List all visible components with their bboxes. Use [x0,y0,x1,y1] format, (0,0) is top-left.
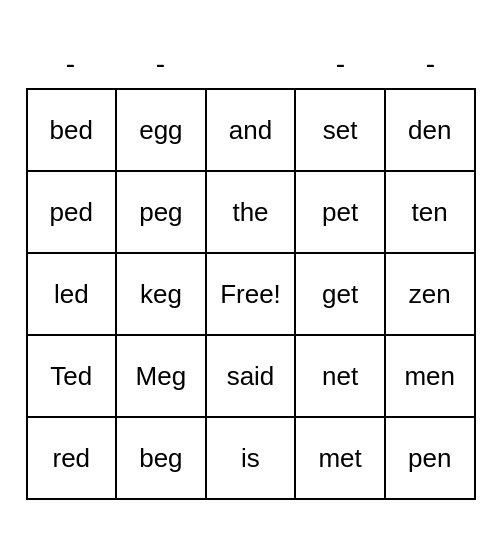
grid-row-0: bedeggandsetden [28,90,474,172]
grid-cell-0-2[interactable]: and [207,90,297,170]
bingo-card: ---- bedeggandsetdenpedpegthepettenledke… [26,44,476,500]
header-cell-2 [206,44,296,84]
grid-row-1: pedpegthepetten [28,172,474,254]
grid-cell-2-3[interactable]: get [296,254,386,334]
grid-cell-4-2[interactable]: is [207,418,297,498]
grid-cell-1-4[interactable]: ten [386,172,474,252]
grid-cell-1-3[interactable]: pet [296,172,386,252]
grid-cell-3-0[interactable]: Ted [28,336,118,416]
header-cell-1: - [116,44,206,84]
grid-cell-0-1[interactable]: egg [117,90,207,170]
grid-cell-3-2[interactable]: said [207,336,297,416]
grid-row-4: redbegismetpen [28,418,474,498]
grid-cell-3-3[interactable]: net [296,336,386,416]
grid-cell-2-0[interactable]: led [28,254,118,334]
grid-cell-0-0[interactable]: bed [28,90,118,170]
grid-cell-4-4[interactable]: pen [386,418,474,498]
grid-cell-1-2[interactable]: the [207,172,297,252]
header-cell-0: - [26,44,116,84]
grid-cell-4-3[interactable]: met [296,418,386,498]
grid-cell-0-3[interactable]: set [296,90,386,170]
header-row: ---- [26,44,476,84]
grid-cell-4-0[interactable]: red [28,418,118,498]
header-cell-4: - [386,44,476,84]
grid-cell-0-4[interactable]: den [386,90,474,170]
grid-cell-1-0[interactable]: ped [28,172,118,252]
grid-row-3: TedMegsaidnetmen [28,336,474,418]
grid-cell-2-1[interactable]: keg [117,254,207,334]
header-cell-3: - [296,44,386,84]
grid-row-2: ledkegFree!getzen [28,254,474,336]
grid-cell-1-1[interactable]: peg [117,172,207,252]
grid-cell-3-1[interactable]: Meg [117,336,207,416]
grid-cell-2-2[interactable]: Free! [207,254,297,334]
grid-cell-4-1[interactable]: beg [117,418,207,498]
bingo-grid: bedeggandsetdenpedpegthepettenledkegFree… [26,88,476,500]
grid-cell-3-4[interactable]: men [386,336,474,416]
grid-cell-2-4[interactable]: zen [386,254,474,334]
